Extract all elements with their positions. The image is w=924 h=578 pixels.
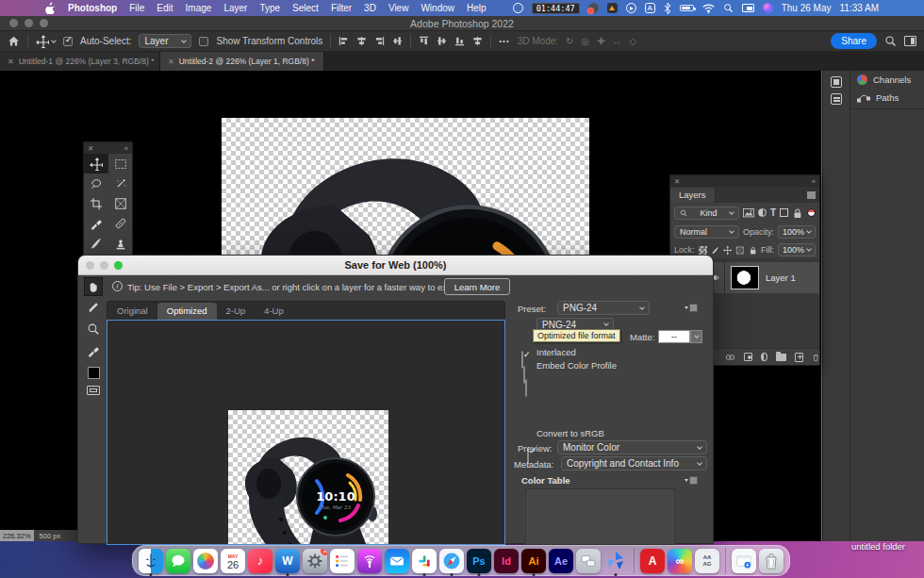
quick-selection-tool[interactable] <box>108 173 133 193</box>
dock-downloads-folder[interactable] <box>732 549 756 573</box>
menu-app-name[interactable]: Photoshop <box>68 3 117 13</box>
delete-layer-icon[interactable] <box>812 352 819 363</box>
dock-app-blue-abstract[interactable] <box>603 549 628 573</box>
menu-type[interactable]: Type <box>259 3 280 13</box>
align-top-icon[interactable] <box>419 36 429 46</box>
dock-app-word[interactable]: W <box>275 549 300 573</box>
dock-app-safari[interactable] <box>439 549 464 573</box>
collapse-panel-icon[interactable]: « <box>812 177 816 186</box>
layer-filter-kind-dropdown[interactable]: Kind <box>674 206 739 220</box>
metadata-dropdown[interactable]: Copyright and Contact Info <box>561 456 707 471</box>
dock-app-music[interactable]: ♪ <box>248 549 272 573</box>
menu-3d[interactable]: 3D <box>364 3 376 13</box>
workspace-switcher-icon[interactable] <box>904 36 916 46</box>
eyedropper-tool[interactable] <box>87 344 100 361</box>
filter-toggle-icon[interactable] <box>807 208 816 217</box>
dock-app-photoshop[interactable]: Ps <box>467 549 491 573</box>
tab-untitled-1[interactable]: ✕ Untitled-1 @ 226% (Layer 3, RGB/8) * <box>0 52 160 71</box>
new-group-icon[interactable] <box>776 354 786 361</box>
wifi-icon[interactable] <box>702 4 715 13</box>
search-icon[interactable] <box>884 35 897 47</box>
menu-select[interactable]: Select <box>292 3 319 13</box>
auto-select-checkbox[interactable] <box>63 37 73 46</box>
tab-4up[interactable]: 4-Up <box>255 303 293 320</box>
dock-trash[interactable] <box>759 549 784 573</box>
lock-artboard-icon[interactable] <box>735 245 744 256</box>
auto-select-dropdown[interactable]: Layer <box>139 34 191 48</box>
link-layers-icon[interactable] <box>725 354 735 361</box>
color-table-panel-menu-icon[interactable] <box>685 476 698 485</box>
fill-value[interactable]: 100% <box>778 243 816 256</box>
collapse-panel-icon[interactable]: « <box>124 144 128 153</box>
dock-app-after-effects[interactable]: Ae <box>549 549 573 573</box>
dock-app-illustrator[interactable]: Ai <box>521 549 546 573</box>
lock-paint-icon[interactable] <box>711 245 719 256</box>
dock-app-reminders[interactable] <box>330 549 355 573</box>
dock-app-slack[interactable] <box>412 549 437 573</box>
menu-help[interactable]: Help <box>467 3 487 13</box>
filter-type-layers-icon[interactable]: T <box>770 207 776 218</box>
dock-app-gallery[interactable] <box>576 549 601 573</box>
more-align-options-icon[interactable]: ••• <box>499 37 509 45</box>
align-right-icon[interactable] <box>374 36 385 46</box>
preset-dropdown[interactable]: PNG-24 <box>557 301 650 315</box>
embed-profile-checkbox[interactable] <box>525 379 527 397</box>
channels-panel-button[interactable]: Channels <box>850 71 924 89</box>
toggle-slices-visibility-icon[interactable] <box>87 386 100 395</box>
align-bottom-icon[interactable] <box>454 36 465 46</box>
move-tool[interactable] <box>84 154 108 173</box>
close-tab-icon[interactable]: ✕ <box>8 58 14 66</box>
layer-name[interactable]: Layer 1 <box>766 272 796 283</box>
menu-image[interactable]: Image <box>186 3 212 13</box>
slice-select-tool[interactable] <box>87 301 100 318</box>
align-center-h-icon[interactable] <box>356 36 367 46</box>
marquee-tool[interactable] <box>108 154 133 173</box>
timer-app-icon[interactable] <box>513 3 523 13</box>
filter-adjustment-layers-icon[interactable] <box>758 208 767 217</box>
tab-2up[interactable]: 2-Up <box>217 303 256 320</box>
desktop-folder-label[interactable]: untitled folder <box>851 541 905 552</box>
distribute-v-icon[interactable] <box>472 36 483 46</box>
tab-original[interactable]: Original <box>107 303 157 320</box>
menu-date[interactable]: Thu 26 May <box>782 3 832 13</box>
battery-icon[interactable] <box>680 5 694 11</box>
layers-tab[interactable]: Layers <box>670 188 716 203</box>
show-transform-checkbox[interactable] <box>199 37 208 46</box>
preview-dropdown[interactable]: Monitor Color <box>557 440 707 454</box>
tab-optimized[interactable]: Optimized <box>157 303 217 320</box>
dock-app-calendar[interactable]: MAY 26 <box>221 549 245 573</box>
healing-brush-tool[interactable] <box>108 213 133 233</box>
dock-app-mail[interactable] <box>385 549 409 573</box>
tab-untitled-2[interactable]: ✕ Untitled-2 @ 226% (Layer 1, RGB/8) * <box>160 52 324 71</box>
eyedropper-color-swatch[interactable] <box>88 367 100 379</box>
close-panel-icon[interactable]: ✕ <box>674 177 680 186</box>
menu-filter[interactable]: Filter <box>331 3 352 13</box>
learn-more-button[interactable]: Learn More <box>444 278 510 295</box>
filter-pixel-layers-icon[interactable] <box>743 207 754 218</box>
hand-tool[interactable] <box>84 277 103 296</box>
dock-app-photos[interactable] <box>193 549 218 573</box>
filter-smart-objects-icon[interactable] <box>792 207 803 219</box>
play-status-icon[interactable] <box>626 3 636 13</box>
dock-app-acrobat[interactable]: A <box>640 549 665 573</box>
zoom-level-field[interactable]: 226.32% <box>0 530 34 541</box>
dock-app-indesign[interactable]: Id <box>494 549 519 573</box>
bluetooth-icon[interactable] <box>664 3 671 14</box>
opacity-value[interactable]: 100% <box>778 225 816 239</box>
display-mirroring-icon[interactable] <box>742 4 754 12</box>
align-left-icon[interactable] <box>338 36 349 46</box>
clone-stamp-tool[interactable] <box>108 233 133 253</box>
screen-record-icon[interactable] <box>588 3 599 13</box>
home-icon[interactable] <box>8 35 20 47</box>
properties-panel-icon[interactable] <box>831 93 842 105</box>
adjustment-layer-icon[interactable] <box>761 353 767 361</box>
blend-mode-dropdown[interactable]: Normal <box>674 225 739 239</box>
timer-readout[interactable]: 01:44:47 <box>532 3 580 14</box>
lock-position-icon[interactable] <box>723 245 732 256</box>
dock-app-podcasts[interactable] <box>357 549 382 573</box>
input-source-icon[interactable]: A <box>645 3 655 13</box>
menu-time[interactable]: 11:33 AM <box>839 3 879 13</box>
layer-mask-icon[interactable] <box>744 353 752 361</box>
close-panel-icon[interactable]: ✕ <box>88 144 93 153</box>
menu-window[interactable]: Window <box>421 3 454 13</box>
